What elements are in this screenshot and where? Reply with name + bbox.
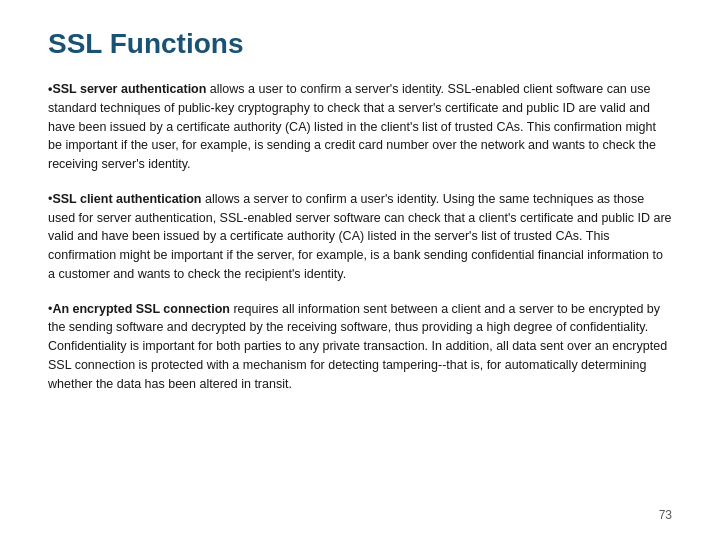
section-ssl-encrypted-conn: •An encrypted SSL connection requires al… [48, 300, 672, 394]
section-ssl-encrypted-conn-text: •An encrypted SSL connection requires al… [48, 300, 672, 394]
ssl-server-auth-label: •SSL server authentication [48, 82, 206, 96]
section-ssl-server-auth: •SSL server authentication allows a user… [48, 80, 672, 174]
section-ssl-client-auth: •SSL client authentication allows a serv… [48, 190, 672, 284]
ssl-client-auth-label: •SSL client authentication [48, 192, 202, 206]
ssl-encrypted-conn-label: •An encrypted SSL connection [48, 302, 230, 316]
section-ssl-client-auth-text: •SSL client authentication allows a serv… [48, 190, 672, 284]
page-number: 73 [659, 508, 672, 522]
section-ssl-server-auth-text: •SSL server authentication allows a user… [48, 80, 672, 174]
page-title: SSL Functions [48, 28, 672, 60]
page: SSL Functions •SSL server authentication… [0, 0, 720, 540]
